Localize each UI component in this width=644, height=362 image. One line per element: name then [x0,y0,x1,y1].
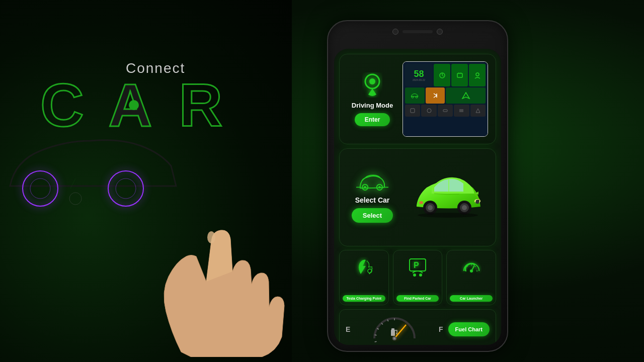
svg-point-0 [23,171,58,206]
quick-actions-row: Tesla Charging Point P Find Parked Car [339,250,496,305]
mini-clock: 58 [414,69,424,78]
svg-line-58 [375,341,377,342]
svg-point-53 [470,269,473,273]
car-launcher-card[interactable]: Car Launcher [446,250,496,305]
mini-bottom-5 [470,105,486,117]
driving-mode-card: Driving Mode Enter 58 2024.09.22 [339,54,496,144]
svg-point-1 [30,178,50,199]
svg-point-3 [116,178,136,199]
car-icon [355,172,390,192]
svg-rect-21 [443,110,447,112]
mini-phone-display: 58 2024.09.22 [403,61,488,137]
fuel-gauge: E [346,317,443,342]
svg-point-28 [364,186,366,189]
driving-mode-label: Driving Mode [352,102,393,109]
mini-bluetooth-icon [426,87,445,104]
svg-line-11 [442,75,444,76]
svg-rect-65 [391,328,394,330]
phone-top-bar [392,29,443,35]
phone-camera-2 [437,29,443,35]
car-launcher-label: Car Launcher [450,295,493,302]
mini-bottom-1 [405,105,420,117]
svg-line-66 [394,325,406,338]
svg-point-6 [207,231,215,243]
svg-point-34 [419,201,423,204]
mini-icon-3 [469,64,486,86]
svg-line-5 [70,178,75,189]
svg-point-4 [69,193,82,205]
mini-nav-icon [446,87,486,104]
green-car-image [409,172,487,223]
select-button[interactable]: Select [352,208,393,223]
svg-point-40 [462,205,467,210]
fuel-f-label: F [439,325,443,333]
phone-camera [392,29,398,35]
find-parked-card[interactable]: P Find Parked Car [393,250,443,305]
svg-rect-12 [457,73,462,77]
tesla-charging-card[interactable]: Tesla Charging Point [339,250,389,305]
svg-point-37 [428,205,433,210]
parking-icon: P [407,255,429,278]
fuel-card: E [339,309,496,345]
phone-screen: Driving Mode Enter 58 2024.09.22 [334,49,501,345]
svg-point-46 [419,274,422,277]
phone-device: Driving Mode Enter 58 2024.09.22 [327,20,508,352]
svg-line-48 [467,266,468,267]
svg-point-68 [393,337,395,339]
svg-marker-18 [462,93,469,99]
svg-point-20 [427,109,431,113]
fuel-chart-button[interactable]: Fuel Chart [448,322,490,336]
speedometer-icon [460,255,482,278]
svg-text:P: P [414,261,419,269]
svg-point-2 [108,171,143,206]
select-car-card: Select Car Select [339,148,496,246]
charging-icon [353,255,375,278]
svg-point-29 [378,186,381,189]
car-image-container [405,172,496,223]
svg-point-41 [418,213,478,218]
enter-button[interactable]: Enter [355,113,390,126]
svg-point-15 [476,73,479,76]
find-parked-label: Find Parked Car [396,295,439,302]
location-icon [360,72,385,98]
svg-rect-19 [411,109,415,113]
driving-mode-left: Driving Mode Enter [347,72,397,126]
select-car-left: Select Car Select [340,164,405,230]
mini-car-icon [405,87,425,104]
mini-bottom-3 [438,105,453,117]
svg-line-50 [475,266,476,267]
gauge-container [354,317,435,342]
fuel-e-label: E [346,325,350,333]
mini-icon-1 [434,64,450,86]
svg-point-45 [413,274,416,277]
mini-bottom-4 [454,105,469,117]
select-car-label: Select Car [355,196,389,204]
svg-marker-25 [476,109,480,113]
mini-icon-2 [451,64,468,86]
svg-line-59 [375,335,377,335]
mini-bottom-2 [421,105,436,117]
tesla-charging-label: Tesla Charging Point [343,295,385,302]
phone-speaker [403,30,433,33]
svg-point-8 [369,78,375,84]
svg-rect-64 [391,330,395,336]
hand-pointer [141,191,302,362]
mini-date: 2024.09.22 [413,78,425,81]
